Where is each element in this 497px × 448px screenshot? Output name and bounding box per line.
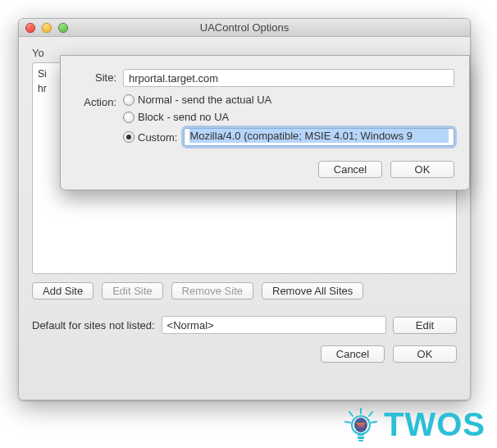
svg-line-4 <box>372 422 376 423</box>
default-label: Default for sites not listed: <box>32 319 155 331</box>
close-icon[interactable] <box>25 23 35 33</box>
svg-line-3 <box>345 422 350 423</box>
window-title: UAControl Options <box>19 21 470 34</box>
site-input[interactable] <box>123 69 454 87</box>
main-ok-button[interactable]: OK <box>393 345 457 363</box>
logo-text: TWOS <box>384 406 486 443</box>
zoom-icon[interactable] <box>58 23 68 33</box>
action-label: Action: <box>75 94 123 108</box>
custom-ua-value: Mozilla/4.0 (compatible; MSIE 4.01; Wind… <box>189 129 449 143</box>
watermark-logo: TWOS <box>343 406 486 443</box>
dialog-ok-button[interactable]: OK <box>390 161 454 178</box>
svg-rect-9 <box>358 440 363 441</box>
custom-ua-input[interactable]: Mozilla/4.0 (compatible; MSIE 4.01; Wind… <box>184 128 454 146</box>
lightbulb-icon <box>343 407 379 443</box>
radio-custom-label[interactable]: Custom: <box>138 131 177 144</box>
radio-custom[interactable] <box>123 131 135 143</box>
default-ua-input[interactable] <box>162 316 386 334</box>
svg-rect-8 <box>358 437 364 439</box>
minimize-icon[interactable] <box>42 23 52 33</box>
radio-block-label[interactable]: Block - send no UA <box>138 111 229 123</box>
main-window: UAControl Options Yo Si hr Add Site Edit… <box>18 18 471 400</box>
main-cancel-button[interactable]: Cancel <box>321 345 385 363</box>
radio-block[interactable] <box>123 112 135 123</box>
titlebar: UAControl Options <box>19 19 470 37</box>
svg-line-1 <box>349 412 353 416</box>
remove-site-button[interactable]: Remove Site <box>171 282 253 299</box>
remove-all-sites-button[interactable]: Remove All Sites <box>262 282 363 299</box>
traffic-lights <box>25 23 68 33</box>
add-site-button[interactable]: Add Site <box>32 282 93 299</box>
edit-site-button[interactable]: Edit Site <box>102 282 162 299</box>
radio-normal[interactable] <box>123 94 135 106</box>
svg-rect-7 <box>358 433 364 436</box>
site-label: Site: <box>75 69 123 84</box>
svg-line-2 <box>369 412 372 416</box>
edit-default-button[interactable]: Edit <box>393 317 457 334</box>
site-dialog: Site: Action: Normal - send the actual U… <box>60 55 470 190</box>
radio-normal-label[interactable]: Normal - send the actual UA <box>138 94 271 106</box>
dialog-cancel-button[interactable]: Cancel <box>318 161 382 178</box>
